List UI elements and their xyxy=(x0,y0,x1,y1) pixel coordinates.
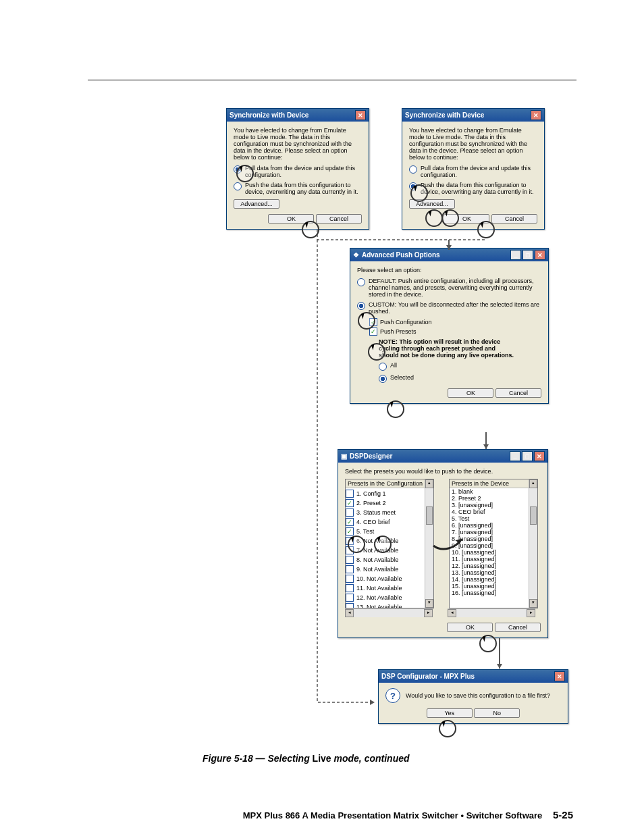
sync-intro: You have elected to change from Emulate … xyxy=(409,127,537,161)
scroll-up-icon[interactable]: ▴ xyxy=(529,479,537,488)
preset-device-row[interactable]: 5. Test xyxy=(450,515,529,522)
preset-device-row[interactable]: 16. [unassigned] xyxy=(450,590,529,596)
preset-config-row[interactable]: 12. Not Available xyxy=(346,594,425,602)
dialog-title: DSP Configurator - MPX Plus xyxy=(381,673,553,680)
checkbox-icon[interactable] xyxy=(346,490,354,498)
close-icon[interactable]: ✕ xyxy=(554,671,565,681)
scrollbar-horizontal[interactable]: ◂▸ xyxy=(345,608,433,617)
scrollbar-horizontal[interactable]: ◂▸ xyxy=(448,608,535,617)
preset-config-row[interactable]: 13. Not Available xyxy=(346,603,425,608)
caption-bold: Live xyxy=(313,753,331,764)
checkbox-icon[interactable] xyxy=(346,527,354,536)
list-header: Presets in the Configuration xyxy=(346,479,433,488)
preset-config-row[interactable]: 4. CEO brief xyxy=(346,518,425,526)
radio-default-label: DEFAULT: Push entire configuration, incl… xyxy=(369,278,541,298)
maximize-icon[interactable]: □ xyxy=(522,250,533,260)
cursor-highlight xyxy=(410,184,428,202)
preset-label: 10. Not Available xyxy=(356,575,402,582)
maximize-icon[interactable]: □ xyxy=(522,451,533,461)
preset-device-row[interactable]: 11. [unassigned] xyxy=(450,556,529,563)
radio-pull-label: Pull data from the device and update thi… xyxy=(245,165,362,178)
scrollbar-vertical[interactable]: ▴ ▾ xyxy=(529,479,537,608)
titlebar: ▣ DSPDesigner _ □ ✕ xyxy=(338,450,547,463)
cancel-button[interactable]: Cancel xyxy=(491,214,537,224)
radio-push[interactable]: Push the data from this configuration to… xyxy=(409,182,537,195)
confirm-dialog: DSP Configurator - MPX Plus ✕ ? Would yo… xyxy=(378,669,568,724)
radio-pull[interactable]: Pull data from the device and update thi… xyxy=(409,165,537,178)
confirm-message: Would you like to save this configuratio… xyxy=(406,692,550,699)
preset-device-row[interactable]: 2. Preset 2 xyxy=(450,495,529,502)
ok-button[interactable]: OK xyxy=(447,623,493,632)
preset-label: 1. Config 1 xyxy=(356,490,386,497)
preset-config-row[interactable]: 2. Preset 2 xyxy=(346,499,425,507)
checkbox-icon[interactable] xyxy=(346,556,354,564)
close-icon[interactable]: ✕ xyxy=(535,250,545,260)
preset-config-row[interactable]: 5. Test xyxy=(346,527,425,536)
radio-push[interactable]: Push the data from this configuration to… xyxy=(234,182,362,195)
preset-device-row[interactable]: 1. blank xyxy=(450,488,529,495)
radio-default[interactable]: DEFAULT: Push entire configuration, incl… xyxy=(357,278,541,298)
scroll-thumb[interactable] xyxy=(426,506,433,525)
cancel-button[interactable]: Cancel xyxy=(495,388,541,398)
close-icon[interactable]: ✕ xyxy=(355,110,366,120)
preset-device-row[interactable]: 13. [unassigned] xyxy=(450,569,529,576)
preset-config-row[interactable]: 10. Not Available xyxy=(346,575,425,583)
question-icon: ? xyxy=(385,688,400,703)
check-label: Push Configuration xyxy=(380,319,432,325)
radio-push-label: Push the data from this configuration to… xyxy=(421,182,537,195)
preset-device-row[interactable]: 3. [unassigned] xyxy=(450,502,529,509)
scroll-down-icon[interactable]: ▾ xyxy=(425,599,433,608)
checkbox-icon[interactable] xyxy=(346,518,354,526)
preset-label: 13. Not Available xyxy=(356,604,402,608)
checkbox-icon[interactable] xyxy=(346,594,354,602)
titlebar: Synchronize with Device ✕ xyxy=(227,109,369,122)
note-text: NOTE: This option will result in the dev… xyxy=(379,338,514,359)
preset-label: 3. Status meet xyxy=(356,509,396,516)
header-rule xyxy=(88,80,576,80)
dialog-title: Synchronize with Device xyxy=(230,111,354,119)
preset-config-row[interactable]: 3. Status meet xyxy=(346,509,425,517)
checkbox-icon[interactable] xyxy=(346,509,354,517)
advanced-push-dialog: ❖ Advanced Push Options _ □ ✕ Please sel… xyxy=(350,248,549,404)
scroll-thumb[interactable] xyxy=(530,506,537,525)
preset-config-row[interactable]: 11. Not Available xyxy=(346,584,425,592)
scroll-down-icon[interactable]: ▾ xyxy=(529,599,537,608)
yes-button[interactable]: Yes xyxy=(427,708,473,718)
checkbox-icon[interactable] xyxy=(346,565,354,573)
preset-config-row[interactable]: 9. Not Available xyxy=(346,565,425,573)
minimize-icon[interactable]: _ xyxy=(510,451,520,461)
radio-custom[interactable]: CUSTOM: You will be disconnected after t… xyxy=(357,301,541,315)
preset-device-row[interactable]: 15. [unassigned] xyxy=(450,583,529,590)
page-footer: MPX Plus 866 A Media Presentation Matrix… xyxy=(243,809,573,820)
scroll-up-icon[interactable]: ▴ xyxy=(425,479,433,488)
preset-device-row[interactable]: 14. [unassigned] xyxy=(450,576,529,583)
titlebar: Synchronize with Device ✕ xyxy=(402,109,544,122)
check-push-config[interactable]: Push Configuration xyxy=(369,318,541,326)
preset-config-row[interactable]: 1. Config 1 xyxy=(346,490,425,498)
preset-label: 12. Not Available xyxy=(356,594,402,601)
app-icon: ▣ xyxy=(341,452,347,460)
cancel-button[interactable]: Cancel xyxy=(316,214,362,224)
close-icon[interactable]: ✕ xyxy=(531,110,541,120)
checkbox-icon[interactable] xyxy=(346,584,354,592)
titlebar: DSP Configurator - MPX Plus ✕ xyxy=(379,670,568,683)
check-push-presets[interactable]: Push Presets xyxy=(369,328,541,336)
preset-device-row[interactable]: 6. [unassigned] xyxy=(450,522,529,529)
no-button[interactable]: No xyxy=(474,708,520,718)
close-icon[interactable]: ✕ xyxy=(534,451,545,461)
please-select: Please select an option: xyxy=(357,267,541,273)
ok-button[interactable]: OK xyxy=(448,388,493,398)
checkbox-icon[interactable] xyxy=(346,499,354,507)
sync-intro: You have elected to change from Emulate … xyxy=(234,127,362,161)
preset-config-row[interactable]: 8. Not Available xyxy=(346,556,425,564)
preset-device-row[interactable]: 4. CEO brief xyxy=(450,509,529,515)
cancel-button[interactable]: Cancel xyxy=(495,623,541,632)
radio-selected[interactable]: Selected xyxy=(379,374,541,383)
radio-custom-label: CUSTOM: You will be disconnected after t… xyxy=(369,301,541,315)
preset-device-row[interactable]: 12. [unassigned] xyxy=(450,563,529,569)
radio-all[interactable]: All xyxy=(379,362,541,371)
minimize-icon[interactable]: _ xyxy=(510,250,521,260)
checkbox-icon[interactable] xyxy=(346,575,354,583)
advanced-button[interactable]: Advanced... xyxy=(234,199,279,209)
checkbox-icon[interactable] xyxy=(346,603,354,608)
